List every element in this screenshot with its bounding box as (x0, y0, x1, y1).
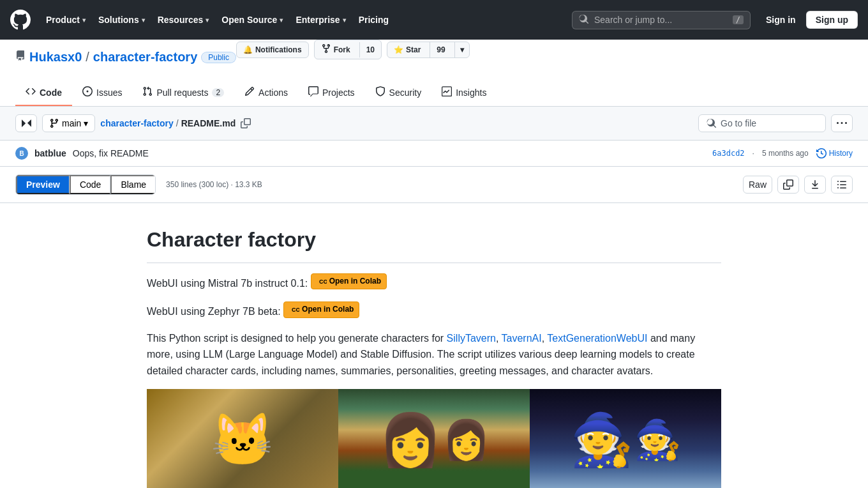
nav-items: Product ▾ Solutions ▾ Resources ▾ Open S… (41, 11, 394, 29)
commit-author: batblue (34, 148, 66, 158)
repo-name-link[interactable]: character-factory (93, 50, 197, 65)
top-nav: Product ▾ Solutions ▾ Resources ▾ Open S… (0, 0, 868, 40)
chevron-down-icon: ▾ (280, 17, 283, 24)
commit-timestamp: 5 months ago (762, 149, 809, 158)
path-root-link[interactable]: character-factory (100, 118, 173, 128)
tab-actions[interactable]: Actions (234, 80, 298, 106)
star-btn[interactable]: ⭐ Star 99 ▾ (387, 42, 470, 58)
goto-file-btn[interactable]: Go to file (698, 114, 826, 132)
path-separator: / (176, 118, 179, 128)
readme-paragraph-3: This Python script is designed to help y… (147, 330, 721, 379)
readme-image-wizard: 🧙 (530, 389, 721, 488)
fork-icon (321, 43, 331, 56)
commit-message: Oops, fix README (73, 148, 149, 158)
nav-pricing[interactable]: Pricing (354, 11, 394, 29)
view-tabs-bar: Preview Code Blame 350 lines (300 loc) ·… (0, 167, 868, 203)
nav-auth: Sign in Sign up (761, 11, 858, 29)
github-logo[interactable] (10, 10, 31, 30)
signin-button[interactable]: Sign in (761, 11, 801, 29)
image-grid: 🐱 👩 🧙 (147, 389, 721, 488)
readme-image-woman: 👩 (338, 389, 530, 488)
path-breadcrumb: character-factory / README.md (100, 116, 693, 131)
tab-blame[interactable]: Blame (110, 175, 155, 194)
chevron-down-icon: ▾ (82, 17, 86, 24)
chevron-down-icon: ▾ (142, 17, 145, 24)
sillytavern-link[interactable]: SillyTavern (447, 333, 496, 344)
copy-raw-button[interactable] (777, 176, 799, 194)
repo-actions: 🔔 Notifications Fork 10 ⭐ Star 99 (236, 40, 470, 59)
tab-code[interactable]: Code (15, 80, 72, 106)
search-input[interactable] (594, 15, 728, 25)
search-icon (579, 14, 589, 26)
nav-solutions[interactable]: Solutions ▾ (93, 11, 150, 29)
tab-issues[interactable]: Issues (72, 80, 132, 106)
svg-text:CO: CO (319, 278, 327, 285)
tab-preview[interactable]: Preview (16, 175, 70, 194)
readme-image-cat: 🐱 (147, 389, 338, 488)
notifications-btn[interactable]: 🔔 Notifications (236, 42, 309, 58)
pull-requests-count: 2 (212, 88, 224, 97)
nav-enterprise[interactable]: Enterprise ▾ (290, 11, 350, 29)
visibility-badge: Public (201, 52, 236, 63)
branch-name: main (62, 118, 81, 128)
repo-type-icon (15, 50, 26, 64)
commit-meta: 6a3dcd2 · 5 months ago History (712, 148, 853, 158)
star-expand-icon[interactable]: ▾ (454, 42, 469, 57)
commit-time: · (752, 149, 754, 158)
branch-selector[interactable]: main ▾ (42, 114, 95, 132)
chevron-down-icon: ▾ (206, 17, 209, 24)
file-header-bar: main ▾ character-factory / README.md Go … (0, 107, 868, 141)
tab-security[interactable]: Security (365, 80, 432, 106)
readme-paragraph-2: WebUI using Zephyr 7B beta: CO Open in C… (147, 301, 721, 319)
view-actions: Raw (743, 176, 853, 194)
commit-bar: B batblue Oops, fix README 6a3dcd2 · 5 m… (0, 141, 868, 167)
repo-owner-link[interactable]: Hukasx0 (29, 50, 82, 65)
search-wrapper[interactable]: / (572, 11, 751, 29)
svg-text:CO: CO (292, 307, 299, 313)
readme-title: Character factory (147, 224, 721, 263)
tab-insights[interactable]: Insights (431, 80, 497, 106)
avatar: B (15, 147, 28, 160)
path-file: README.md (181, 118, 236, 128)
nav-open-source[interactable]: Open Source ▾ (216, 11, 288, 29)
sidebar-toggle-button[interactable] (15, 114, 37, 132)
view-tabs: Preview Code Blame (15, 174, 156, 195)
nav-product[interactable]: Product ▾ (41, 11, 91, 29)
bell-icon: 🔔 (243, 45, 253, 54)
copy-path-button[interactable] (238, 116, 253, 131)
outline-button[interactable] (831, 176, 853, 194)
breadcrumb: Hukasx0 / character-factory Public (15, 50, 236, 65)
pull-request-icon (142, 86, 153, 98)
code-icon (26, 86, 36, 98)
textgenwebui-link[interactable]: TextGenerationWebUI (547, 333, 647, 344)
history-button[interactable]: History (816, 148, 853, 158)
nav-resources[interactable]: Resources ▾ (153, 11, 214, 29)
projects-icon (308, 86, 318, 98)
issues-icon (82, 86, 93, 98)
security-icon (375, 86, 385, 98)
tavernai-link[interactable]: TavernAI (502, 333, 542, 344)
insights-icon (442, 86, 452, 98)
repo-tabs: Code Issues Pull requests 2 Actions Pr (15, 80, 853, 106)
more-options-button[interactable] (831, 114, 853, 132)
tab-pull-requests[interactable]: Pull requests 2 (132, 80, 234, 106)
fork-btn[interactable]: Fork 10 (314, 40, 382, 59)
goto-file-label: Go to file (721, 118, 756, 128)
search-shortcut: / (733, 15, 744, 24)
readme-content: Character factory WebUI using Mistral 7b… (121, 203, 747, 488)
star-icon: ⭐ (394, 45, 403, 54)
chevron-down-icon: ▾ (84, 118, 88, 128)
raw-button[interactable]: Raw (743, 176, 772, 194)
tab-code[interactable]: Code (70, 175, 110, 194)
colab-badge-1[interactable]: CO Open in Colab (311, 273, 387, 289)
search-bar: / (572, 11, 751, 29)
readme-paragraph-1: WebUI using Mistral 7b instruct 0.1: CO … (147, 273, 721, 291)
commit-hash-link[interactable]: 6a3dcd2 (712, 149, 745, 158)
signup-button[interactable]: Sign up (806, 11, 858, 29)
file-meta: 350 lines (300 loc) · 13.3 KB (166, 180, 262, 189)
history-label: History (829, 149, 853, 158)
colab-badge-2[interactable]: CO Open in Colab (283, 301, 359, 317)
tab-projects[interactable]: Projects (298, 80, 365, 106)
download-button[interactable] (804, 176, 826, 194)
actions-icon (244, 86, 255, 98)
